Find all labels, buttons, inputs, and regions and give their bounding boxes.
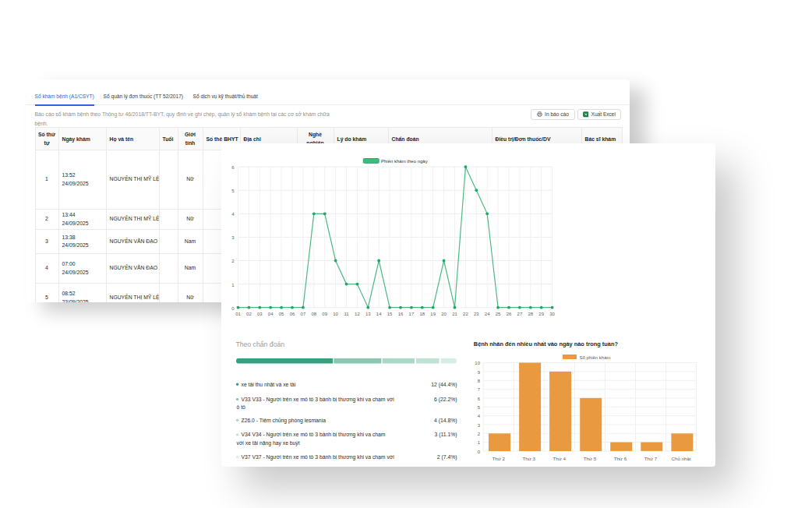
svg-text:2: 2 [231, 259, 235, 263]
svg-text:7: 7 [478, 387, 481, 392]
svg-text:4: 4 [478, 414, 481, 418]
svg-text:14: 14 [376, 312, 382, 316]
svg-text:19: 19 [430, 312, 436, 316]
svg-text:Thứ 4: Thứ 4 [553, 456, 567, 461]
svg-text:Theo chẩn đoán: Theo chẩn đoán [235, 340, 284, 348]
svg-text:3: 3 [231, 235, 235, 240]
svg-text:Thứ 3: Thứ 3 [523, 456, 536, 461]
svg-text:23: 23 [474, 312, 479, 316]
svg-text:20: 20 [441, 312, 447, 316]
svg-text:3: 3 [478, 423, 481, 428]
svg-text:xe tải thu nhặt và xe tải: xe tải thu nhặt và xe tải [242, 382, 296, 387]
svg-text:02: 02 [246, 312, 252, 316]
svg-text:29: 29 [538, 312, 544, 316]
svg-text:0: 0 [231, 306, 235, 311]
svg-text:6 (22.2%): 6 (22.2%) [434, 397, 457, 403]
svg-text:22: 22 [463, 312, 468, 316]
svg-text:Số phiên khám: Số phiên khám [580, 355, 611, 360]
svg-text:4 (14.8%): 4 (14.8%) [434, 418, 457, 424]
svg-text:17: 17 [409, 312, 415, 316]
svg-text:12 (44.4%): 12 (44.4%) [431, 382, 457, 388]
svg-text:V33 V33 - Người trên xe mô tô: V33 V33 - Người trên xe mô tô 3 bánh bị … [242, 397, 395, 403]
svg-text:28: 28 [528, 312, 533, 316]
svg-text:Thứ 5: Thứ 5 [584, 456, 597, 461]
svg-text:3 (11.1%): 3 (11.1%) [435, 432, 457, 438]
svg-text:6: 6 [231, 165, 235, 170]
svg-text:Thứ 7: Thứ 7 [644, 456, 658, 461]
svg-text:18: 18 [419, 312, 425, 316]
svg-text:Thứ 2: Thứ 2 [492, 456, 505, 461]
svg-text:01: 01 [235, 312, 241, 316]
svg-text:12: 12 [355, 312, 360, 316]
svg-text:2: 2 [478, 432, 481, 436]
svg-text:05: 05 [279, 312, 284, 316]
svg-text:1: 1 [478, 440, 481, 445]
svg-text:26: 26 [507, 312, 512, 316]
svg-text:16: 16 [398, 312, 404, 316]
svg-text:10: 10 [333, 312, 338, 316]
svg-text:Phiên khám theo ngày: Phiên khám theo ngày [381, 159, 428, 164]
svg-text:25: 25 [496, 312, 501, 316]
svg-text:27: 27 [517, 312, 523, 316]
svg-text:Chủ nhật: Chủ nhật [672, 456, 691, 461]
svg-text:08: 08 [311, 312, 316, 316]
svg-text:Z26.0 - Tiêm chủng phòng lesma: Z26.0 - Tiêm chủng phòng lesmania [242, 418, 327, 424]
svg-text:V34 V34 - Người trên xe mô tô: V34 V34 - Người trên xe mô tô 3 bánh bị … [242, 432, 386, 438]
svg-text:15: 15 [387, 312, 393, 316]
svg-text:Bệnh nhân đến nhiều nhất vào n: Bệnh nhân đến nhiều nhất vào ngày nào tr… [474, 340, 619, 347]
svg-text:9: 9 [478, 370, 481, 375]
svg-text:30: 30 [549, 312, 555, 316]
svg-text:8: 8 [478, 379, 481, 383]
svg-text:4: 4 [231, 212, 235, 217]
svg-text:04: 04 [268, 312, 274, 316]
svg-text:6: 6 [478, 397, 481, 401]
svg-text:11: 11 [344, 312, 349, 316]
svg-text:2 (7.4%): 2 (7.4%) [437, 454, 457, 460]
svg-text:ô tô: ô tô [237, 404, 246, 410]
svg-text:5: 5 [478, 405, 481, 410]
svg-text:10: 10 [475, 361, 480, 365]
svg-text:24: 24 [485, 312, 490, 316]
svg-text:Thứ 6: Thứ 6 [614, 456, 627, 461]
svg-text:V37 V37 - Người trên xe mô tô: V37 V37 - Người trên xe mô tô 3 bánh bị … [242, 454, 395, 460]
svg-text:13: 13 [365, 312, 371, 316]
svg-text:0: 0 [478, 450, 481, 454]
svg-text:07: 07 [301, 312, 306, 316]
svg-text:03: 03 [257, 312, 263, 316]
svg-text:06: 06 [290, 312, 295, 316]
svg-text:5: 5 [231, 189, 235, 193]
svg-text:09: 09 [322, 312, 327, 316]
svg-text:1: 1 [231, 283, 235, 288]
svg-text:21: 21 [452, 312, 457, 316]
svg-text:với xe tải nặng hay xe buýt: với xe tải nặng hay xe buýt [237, 440, 300, 446]
